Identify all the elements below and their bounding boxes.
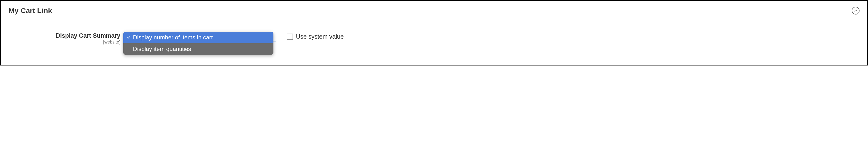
form-row: Display Cart Summary [website] Display n… (8, 32, 860, 60)
dropdown-option-label: Display item quantities (133, 46, 270, 52)
field-scope: [website] (8, 39, 120, 45)
collapse-toggle[interactable] (852, 7, 860, 14)
select-dropdown: Display number of items in cart Display … (123, 32, 273, 55)
use-system-value-group: Use system value (287, 32, 344, 40)
check-icon (127, 36, 133, 39)
config-section-panel: My Cart Link Display Cart Summary [websi… (0, 0, 868, 66)
dropdown-option-selected[interactable]: Display number of items in cart (123, 32, 273, 43)
field-label: Display Cart Summary (8, 32, 120, 39)
select-wrapper: Display number of items in cart Display … (125, 32, 276, 42)
chevron-up-icon (854, 9, 857, 12)
use-system-value-checkbox[interactable] (287, 34, 293, 40)
section-title: My Cart Link (8, 6, 52, 15)
section-header: My Cart Link (8, 6, 860, 15)
dropdown-option-label: Display number of items in cart (133, 34, 270, 41)
dropdown-option[interactable]: Display item quantities (123, 43, 273, 55)
use-system-value-label: Use system value (296, 33, 344, 40)
field-label-group: Display Cart Summary [website] (8, 32, 125, 45)
